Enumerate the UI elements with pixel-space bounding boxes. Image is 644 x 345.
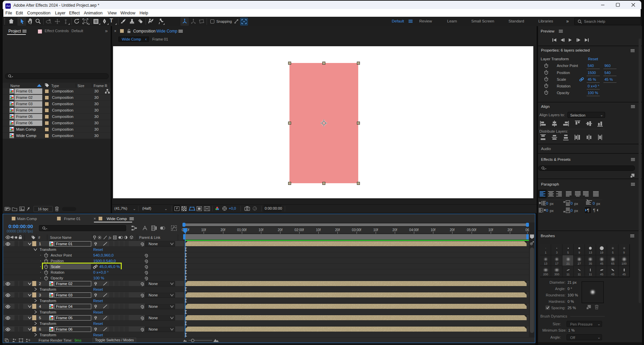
- svg-text:fx: fx: [109, 235, 111, 239]
- svg-text:¶: ¶: [587, 208, 589, 213]
- svg-text:¶: ¶: [593, 208, 595, 213]
